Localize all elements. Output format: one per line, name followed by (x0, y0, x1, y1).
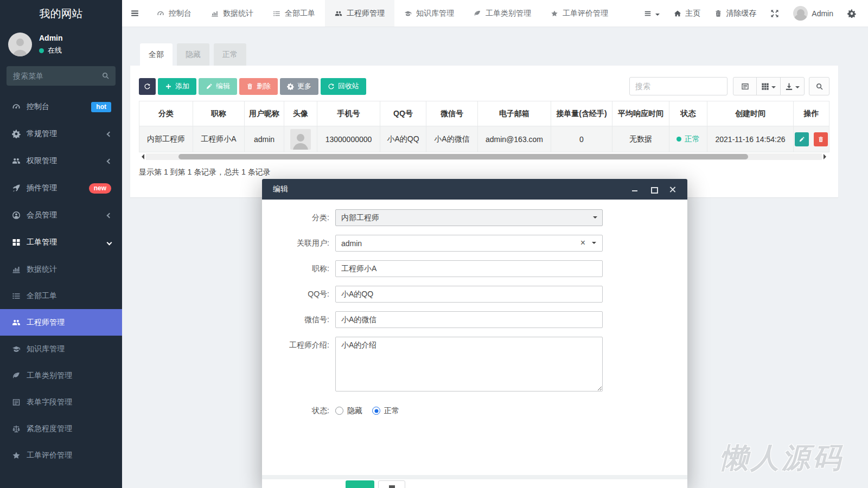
bar-chart-icon (211, 10, 219, 17)
scrollbar-track[interactable] (146, 153, 822, 160)
sidebar-subitem-ratings[interactable]: 工单评价管理 (0, 442, 122, 468)
sidebar-item-workorder[interactable]: 工单管理 (0, 229, 122, 256)
sidebar-item-label: 会员管理 (27, 210, 57, 220)
sidebar-item-member[interactable]: 会员管理 (0, 202, 122, 229)
intro-textarea[interactable]: 小A的介绍 (335, 337, 603, 391)
radio-normal-label: 正常 (384, 406, 399, 416)
edit-button[interactable]: 编辑 (199, 78, 237, 95)
scroll-left-arrow[interactable] (139, 154, 144, 159)
col-header: 电子邮箱 (478, 101, 551, 126)
sidebar-subitem-all-tickets[interactable]: 全部工单 (0, 282, 122, 309)
recycle-bin-button[interactable]: 回收站 (321, 78, 366, 95)
tab-knowledge[interactable]: 知识库管理 (394, 0, 464, 27)
sidebar-subitem-categories[interactable]: 工单类别管理 (0, 362, 122, 389)
settings-gear-icon[interactable] (847, 9, 856, 18)
site-title: 我的网站 (0, 0, 122, 27)
form-row-job-title: 职称: (262, 260, 687, 277)
scroll-right-arrow[interactable] (824, 154, 829, 159)
nav-user[interactable]: Admin (793, 6, 833, 21)
modal-reset-button[interactable] (378, 480, 405, 488)
qq-input[interactable] (335, 286, 603, 303)
user-circle-icon (12, 211, 21, 220)
filter-tab-normal[interactable]: 正常 (214, 43, 246, 66)
detail-view-button[interactable] (733, 77, 757, 95)
sidebar-item-label: 权限管理 (27, 156, 57, 166)
sidebar-subitem-urgency[interactable]: 紧急程度管理 (0, 415, 122, 442)
navbar-right: 主页 清除缓存 Admin (644, 0, 868, 27)
wechat-input[interactable] (335, 311, 603, 328)
tab-dashboard[interactable]: 控制台 (147, 0, 201, 27)
sidebar-item-label: 工单类别管理 (27, 371, 72, 381)
table-search-input[interactable] (629, 77, 727, 95)
recycle-button-label: 回收站 (338, 81, 359, 91)
tab-label: 全部工单 (285, 9, 315, 18)
avatar (793, 6, 808, 21)
delete-button[interactable]: 删除 (239, 78, 278, 95)
scrollbar-thumb[interactable] (178, 154, 748, 159)
sidebar-search-input[interactable] (7, 66, 116, 86)
sidebar-subitem-statistics[interactable]: 数据统计 (0, 256, 122, 282)
row-delete-button[interactable] (814, 132, 828, 146)
more-button[interactable]: 更多 (280, 78, 318, 95)
fullscreen-icon[interactable] (770, 9, 779, 18)
horizontal-scrollbar (139, 153, 829, 160)
caret-down-icon (771, 86, 776, 91)
modal-submit-button[interactable] (346, 480, 374, 488)
sidebar-item-addon[interactable]: 插件管理 new (0, 175, 122, 202)
radio-hidden[interactable] (335, 407, 343, 415)
close-icon[interactable] (669, 185, 676, 193)
toolbar-right (629, 77, 829, 95)
tab-engineers[interactable]: 工程师管理 (325, 0, 394, 27)
balance-scale-icon (12, 425, 21, 433)
radio-normal[interactable] (372, 407, 380, 415)
sidebar-item-label: 知识库管理 (27, 344, 65, 354)
tab-ratings[interactable]: 工单评价管理 (541, 0, 618, 27)
add-button[interactable]: 添加 (158, 78, 196, 95)
hamburger-menu-icon[interactable] (122, 0, 147, 27)
sidebar-subitem-engineers[interactable]: 工程师管理 (0, 309, 122, 336)
leaf-icon (12, 371, 21, 380)
modal-header[interactable]: 编辑 (262, 179, 687, 200)
advanced-search-button[interactable] (809, 77, 829, 95)
tab-statistics[interactable]: 数据统计 (201, 0, 263, 27)
bars-icon (644, 10, 652, 17)
nav-tabs-dropdown[interactable] (644, 9, 660, 18)
caret-down-icon (593, 216, 597, 221)
edit-modal: 编辑 分类: 内部工程师 关联用户: (262, 179, 687, 488)
job-title-input[interactable] (335, 260, 603, 277)
users-icon (12, 318, 21, 327)
category-select[interactable]: 内部工程师 (335, 209, 603, 226)
filter-tab-hidden[interactable]: 隐藏 (177, 43, 209, 66)
delete-button-label: 删除 (257, 81, 271, 91)
table-row[interactable]: 内部工程师 工程师小A admin 13000000000 小A的QQ 小A的微… (139, 126, 829, 152)
clear-icon[interactable]: × (580, 237, 585, 248)
columns-button[interactable] (756, 77, 781, 95)
minimize-icon[interactable] (631, 185, 639, 193)
tab-label: 数据统计 (223, 9, 253, 18)
col-header: 平均响应时间 (612, 101, 669, 126)
user-select-input[interactable] (335, 235, 603, 252)
row-edit-button[interactable] (795, 132, 809, 146)
maximize-icon[interactable] (650, 185, 658, 193)
col-header: 用户昵称 (245, 101, 284, 126)
sidebar-item-general[interactable]: 常规管理 (0, 120, 122, 147)
sidebar-subitem-form-fields[interactable]: 表单字段管理 (0, 389, 122, 415)
rocket-icon (12, 184, 21, 192)
sidebar-item-label: 工单评价管理 (27, 451, 72, 460)
filter-tab-all[interactable]: 全部 (140, 43, 173, 66)
trash-icon (818, 136, 824, 143)
nav-home[interactable]: 主页 (674, 9, 700, 18)
sidebar-subitem-knowledge[interactable]: 知识库管理 (0, 336, 122, 362)
nav-clear-cache[interactable]: 清除缓存 (714, 9, 756, 18)
sidebar-item-dashboard[interactable]: 控制台 hot (0, 93, 122, 120)
sidebar-item-auth[interactable]: 权限管理 (0, 147, 122, 175)
form-row-qq: QQ号: (262, 286, 687, 303)
tab-all-tickets[interactable]: 全部工单 (263, 0, 325, 27)
export-button[interactable] (780, 77, 805, 95)
tab-categories[interactable]: 工单类别管理 (464, 0, 541, 27)
graduation-cap-icon (404, 10, 412, 17)
sidebar: 我的网站 Admin 在线 控制台 hot 常规管理 (0, 0, 122, 488)
export-icon (785, 82, 793, 91)
refresh-button[interactable] (139, 78, 156, 95)
sidebar-item-label: 工程师管理 (27, 318, 65, 328)
